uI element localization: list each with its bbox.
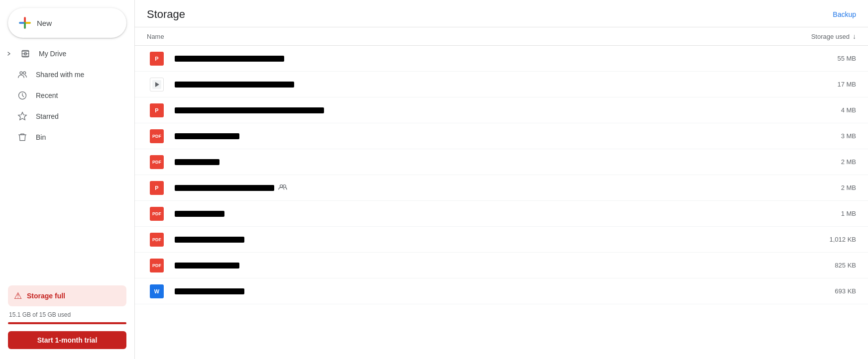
file-icon-cell: [147, 78, 167, 91]
file-icon-cell: P: [147, 103, 167, 117]
storage-full-banner[interactable]: ⚠ Storage full: [8, 285, 126, 306]
file-name-cell: [167, 237, 766, 243]
sidebar-item-recent[interactable]: Recent: [0, 86, 126, 105]
sidebar-navigation: My Drive Shared with me Re: [0, 44, 134, 147]
file-name-cell: [167, 263, 766, 269]
file-name-redacted: [175, 263, 239, 269]
svg-point-9: [23, 72, 26, 74]
file-name-redacted: [175, 185, 274, 191]
file-name-cell: [167, 56, 766, 62]
file-size: 4 MB: [766, 106, 856, 114]
file-name-redacted: [175, 288, 244, 294]
page-title: Storage: [147, 8, 185, 21]
table-row[interactable]: PDF 2 MB: [135, 149, 868, 175]
sidebar-item-my-drive-label: My Drive: [39, 50, 66, 58]
file-name-redacted: [175, 211, 224, 217]
pdf-icon: PDF: [150, 129, 164, 143]
table-row[interactable]: P 55 MB: [135, 46, 868, 72]
file-size: 2 MB: [766, 158, 856, 166]
file-name-cell: [167, 211, 766, 217]
pdf-icon: PDF: [150, 233, 164, 247]
sidebar-item-my-drive[interactable]: My Drive: [0, 44, 126, 64]
pdf-icon: PDF: [150, 259, 164, 272]
file-name-cell: [167, 159, 766, 165]
file-size: 1 MB: [766, 210, 856, 217]
shared-with-me-icon: [17, 69, 28, 80]
file-icon-cell: PDF: [147, 207, 167, 221]
powerpoint-icon: P: [150, 103, 164, 117]
file-size: 17 MB: [766, 81, 856, 88]
trial-button[interactable]: Start 1-month trial: [8, 331, 126, 349]
file-icon-cell: P: [147, 52, 167, 66]
column-header-storage-label: Storage used: [811, 33, 850, 40]
file-name-cell: [167, 82, 766, 88]
video-icon: [150, 78, 164, 91]
table-row[interactable]: PDF 825 KB: [135, 253, 868, 278]
file-name-cell: [167, 183, 766, 192]
new-button-label: New: [37, 19, 52, 27]
sidebar-item-shared-with-me[interactable]: Shared with me: [0, 65, 126, 85]
file-icon-cell: PDF: [147, 233, 167, 247]
starred-icon: [17, 111, 28, 122]
file-icon-cell: W: [147, 284, 167, 298]
file-size: 693 KB: [766, 287, 856, 295]
file-size: 1,012 KB: [766, 236, 856, 243]
main-content: Storage Backup Name Storage used ↓ P 55 …: [134, 0, 868, 359]
file-name-cell: [167, 107, 766, 113]
sidebar-item-bin-label: Bin: [36, 133, 46, 141]
storage-bar-fill: [8, 322, 126, 324]
file-name-cell: [167, 288, 766, 294]
file-table: Name Storage used ↓ P 55 MB: [135, 27, 868, 359]
storage-bar-background: [8, 322, 126, 324]
sidebar-item-starred-label: Starred: [36, 112, 59, 120]
file-icon-cell: PDF: [147, 259, 167, 272]
svg-point-8: [20, 72, 22, 74]
file-icon-cell: PDF: [147, 155, 167, 169]
file-size: 55 MB: [766, 55, 856, 62]
column-header-name: Name: [147, 33, 766, 40]
storage-section: ⚠ Storage full 15.1 GB of 15 GB used Sta…: [0, 279, 134, 355]
svg-point-14: [283, 185, 286, 187]
file-name-redacted: [175, 56, 284, 62]
storage-info-text: 15.1 GB of 15 GB used: [8, 311, 126, 318]
google-plus-icon: [18, 16, 32, 30]
sidebar-item-recent-label: Recent: [36, 91, 58, 99]
recent-icon: [17, 90, 28, 101]
powerpoint-icon: P: [150, 181, 164, 195]
file-name-cell: [167, 133, 766, 139]
bin-icon: [17, 132, 28, 143]
sort-down-icon: ↓: [853, 32, 856, 40]
file-name-redacted: [175, 159, 219, 165]
storage-full-label: Storage full: [27, 292, 65, 300]
sidebar-item-bin[interactable]: Bin: [0, 127, 126, 147]
file-size: 825 KB: [766, 262, 856, 269]
pdf-icon: PDF: [150, 155, 164, 169]
file-name-redacted: [175, 133, 239, 139]
file-size: 3 MB: [766, 132, 856, 140]
column-header-storage[interactable]: Storage used ↓: [766, 32, 856, 40]
file-name-redacted: [175, 237, 244, 243]
my-drive-icon: [20, 48, 31, 59]
table-row[interactable]: PDF 1 MB: [135, 201, 868, 227]
table-row[interactable]: W 693 KB: [135, 278, 868, 304]
table-row[interactable]: P 2 MB: [135, 175, 868, 201]
shared-icon: [278, 183, 287, 192]
file-icon-cell: PDF: [147, 129, 167, 143]
warning-icon: ⚠: [14, 290, 22, 301]
sidebar-item-shared-with-me-label: Shared with me: [36, 71, 84, 79]
table-row[interactable]: 17 MB: [135, 72, 868, 97]
word-icon: W: [150, 284, 164, 298]
new-button[interactable]: New: [8, 8, 126, 38]
sidebar: New My Drive: [0, 0, 134, 359]
table-header-row: Name Storage used ↓: [135, 27, 868, 46]
sidebar-item-starred[interactable]: Starred: [0, 106, 126, 126]
table-row[interactable]: PDF 1,012 KB: [135, 227, 868, 253]
powerpoint-icon: P: [150, 52, 164, 66]
svg-point-13: [280, 185, 283, 187]
table-row[interactable]: P 4 MB: [135, 97, 868, 123]
table-row[interactable]: PDF 3 MB: [135, 123, 868, 149]
file-name-redacted: [175, 107, 324, 113]
file-icon-cell: P: [147, 181, 167, 195]
backup-link[interactable]: Backup: [833, 10, 856, 18]
pdf-icon: PDF: [150, 207, 164, 221]
